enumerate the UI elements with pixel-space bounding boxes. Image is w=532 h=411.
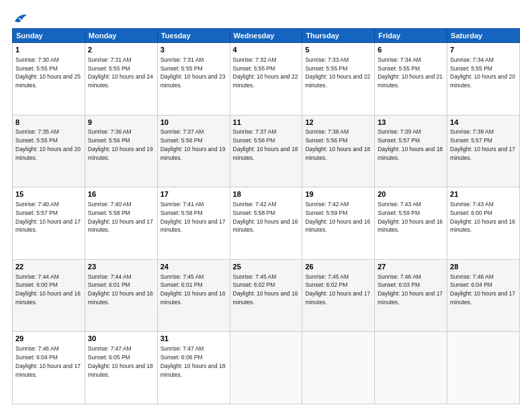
day-number: 11	[233, 118, 300, 128]
page: SundayMondayTuesdayWednesdayThursdayFrid…	[0, 0, 532, 411]
calendar-day-header: Wednesday	[230, 29, 302, 43]
day-info: Sunrise: 7:34 AMSunset: 5:55 PMDaylight:…	[378, 56, 443, 89]
calendar-week-row: 29 Sunrise: 7:46 AMSunset: 6:04 PMDaylig…	[13, 332, 520, 404]
calendar-day-cell: 2 Sunrise: 7:31 AMSunset: 5:55 PMDayligh…	[85, 43, 157, 116]
day-number: 27	[378, 262, 444, 272]
calendar-day-cell: 26 Sunrise: 7:45 AMSunset: 6:02 PMDaylig…	[302, 259, 375, 332]
calendar-day-header: Tuesday	[157, 29, 230, 43]
day-number: 26	[305, 262, 371, 272]
day-info: Sunrise: 7:39 AMSunset: 5:57 PMDaylight:…	[378, 128, 443, 161]
day-number: 18	[233, 189, 300, 199]
day-number: 17	[161, 189, 227, 199]
day-info: Sunrise: 7:46 AMSunset: 6:04 PMDaylight:…	[450, 273, 515, 306]
calendar-day-cell	[375, 332, 447, 404]
calendar-day-cell	[302, 332, 375, 404]
calendar-day-cell: 6 Sunrise: 7:34 AMSunset: 5:55 PMDayligh…	[375, 43, 447, 116]
day-info: Sunrise: 7:37 AMSunset: 5:56 PMDaylight:…	[233, 128, 298, 161]
day-info: Sunrise: 7:46 AMSunset: 6:03 PMDaylight:…	[378, 273, 443, 306]
calendar-week-row: 8 Sunrise: 7:35 AMSunset: 5:55 PMDayligh…	[13, 115, 520, 187]
day-info: Sunrise: 7:40 AMSunset: 5:57 PMDaylight:…	[15, 201, 81, 233]
day-info: Sunrise: 7:43 AMSunset: 5:59 PMDaylight:…	[378, 201, 443, 233]
calendar-day-cell: 11 Sunrise: 7:37 AMSunset: 5:56 PMDaylig…	[230, 115, 302, 187]
calendar-day-cell: 5 Sunrise: 7:33 AMSunset: 5:55 PMDayligh…	[302, 43, 375, 116]
day-info: Sunrise: 7:31 AMSunset: 5:55 PMDaylight:…	[161, 56, 226, 89]
calendar-day-cell: 9 Sunrise: 7:36 AMSunset: 5:56 PMDayligh…	[85, 115, 157, 187]
calendar-day-cell: 8 Sunrise: 7:35 AMSunset: 5:55 PMDayligh…	[13, 115, 85, 187]
day-number: 3	[161, 45, 227, 55]
calendar-day-cell: 3 Sunrise: 7:31 AMSunset: 5:55 PMDayligh…	[157, 43, 230, 116]
day-info: Sunrise: 7:47 AMSunset: 6:06 PMDaylight:…	[161, 345, 226, 377]
calendar-day-cell: 28 Sunrise: 7:46 AMSunset: 6:04 PMDaylig…	[447, 259, 520, 332]
calendar-day-cell	[447, 332, 520, 404]
calendar-day-header: Thursday	[302, 29, 375, 43]
calendar-week-row: 1 Sunrise: 7:30 AMSunset: 5:55 PMDayligh…	[13, 43, 520, 116]
day-info: Sunrise: 7:46 AMSunset: 6:04 PMDaylight:…	[15, 345, 81, 377]
day-number: 31	[161, 334, 227, 344]
calendar-day-header: Friday	[375, 29, 447, 43]
day-number: 28	[450, 262, 517, 272]
day-info: Sunrise: 7:47 AMSunset: 6:05 PMDaylight:…	[88, 345, 153, 377]
calendar-header-row: SundayMondayTuesdayWednesdayThursdayFrid…	[13, 29, 520, 43]
day-number: 1	[15, 45, 82, 55]
calendar-day-cell: 24 Sunrise: 7:45 AMSunset: 6:01 PMDaylig…	[157, 259, 230, 332]
day-info: Sunrise: 7:40 AMSunset: 5:58 PMDaylight:…	[88, 201, 153, 233]
calendar-day-header: Sunday	[13, 29, 85, 43]
day-number: 15	[15, 189, 82, 199]
calendar-day-cell: 27 Sunrise: 7:46 AMSunset: 6:03 PMDaylig…	[375, 259, 447, 332]
calendar-day-cell: 12 Sunrise: 7:38 AMSunset: 5:56 PMDaylig…	[302, 115, 375, 187]
day-number: 20	[378, 189, 444, 199]
day-number: 2	[88, 45, 154, 55]
header	[12, 12, 520, 21]
calendar-day-cell: 18 Sunrise: 7:42 AMSunset: 5:58 PMDaylig…	[230, 187, 302, 260]
calendar-day-cell: 14 Sunrise: 7:39 AMSunset: 5:57 PMDaylig…	[447, 115, 520, 187]
day-info: Sunrise: 7:44 AMSunset: 6:01 PMDaylight:…	[88, 273, 153, 306]
day-info: Sunrise: 7:36 AMSunset: 5:56 PMDaylight:…	[88, 128, 153, 161]
day-number: 8	[15, 118, 82, 128]
day-number: 14	[450, 118, 517, 128]
day-info: Sunrise: 7:37 AMSunset: 5:56 PMDaylight:…	[161, 128, 226, 161]
calendar-week-row: 15 Sunrise: 7:40 AMSunset: 5:57 PMDaylig…	[13, 187, 520, 260]
day-info: Sunrise: 7:42 AMSunset: 5:59 PMDaylight:…	[305, 201, 370, 233]
calendar-day-cell: 22 Sunrise: 7:44 AMSunset: 6:00 PMDaylig…	[13, 259, 85, 332]
day-number: 29	[15, 334, 82, 344]
day-info: Sunrise: 7:34 AMSunset: 5:55 PMDaylight:…	[450, 56, 515, 89]
calendar-day-cell: 21 Sunrise: 7:43 AMSunset: 6:00 PMDaylig…	[447, 187, 520, 260]
calendar-day-header: Monday	[85, 29, 157, 43]
day-number: 12	[305, 118, 371, 128]
day-info: Sunrise: 7:33 AMSunset: 5:55 PMDaylight:…	[305, 56, 370, 89]
calendar-day-cell: 19 Sunrise: 7:42 AMSunset: 5:59 PMDaylig…	[302, 187, 375, 260]
day-info: Sunrise: 7:41 AMSunset: 5:58 PMDaylight:…	[161, 201, 226, 233]
day-number: 30	[88, 334, 154, 344]
calendar-day-cell	[230, 332, 302, 404]
calendar-day-header: Saturday	[447, 29, 520, 43]
logo	[12, 12, 28, 21]
day-number: 22	[15, 262, 82, 272]
day-info: Sunrise: 7:44 AMSunset: 6:00 PMDaylight:…	[15, 273, 81, 306]
calendar-day-cell: 13 Sunrise: 7:39 AMSunset: 5:57 PMDaylig…	[375, 115, 447, 187]
calendar-day-cell: 23 Sunrise: 7:44 AMSunset: 6:01 PMDaylig…	[85, 259, 157, 332]
day-number: 7	[450, 45, 517, 55]
calendar-day-cell: 30 Sunrise: 7:47 AMSunset: 6:05 PMDaylig…	[85, 332, 157, 404]
logo-bird-icon	[13, 12, 28, 24]
calendar-day-cell: 7 Sunrise: 7:34 AMSunset: 5:55 PMDayligh…	[447, 43, 520, 116]
day-info: Sunrise: 7:43 AMSunset: 6:00 PMDaylight:…	[450, 201, 515, 233]
day-info: Sunrise: 7:31 AMSunset: 5:55 PMDaylight:…	[88, 56, 153, 89]
day-number: 6	[378, 45, 444, 55]
calendar-day-cell: 29 Sunrise: 7:46 AMSunset: 6:04 PMDaylig…	[13, 332, 85, 404]
calendar-day-cell: 15 Sunrise: 7:40 AMSunset: 5:57 PMDaylig…	[13, 187, 85, 260]
day-info: Sunrise: 7:45 AMSunset: 6:01 PMDaylight:…	[161, 273, 226, 306]
day-number: 24	[161, 262, 227, 272]
calendar-day-cell: 4 Sunrise: 7:32 AMSunset: 5:55 PMDayligh…	[230, 43, 302, 116]
calendar-day-cell: 10 Sunrise: 7:37 AMSunset: 5:56 PMDaylig…	[157, 115, 230, 187]
calendar-table: SundayMondayTuesdayWednesdayThursdayFrid…	[12, 28, 520, 404]
day-number: 19	[305, 189, 371, 199]
day-info: Sunrise: 7:32 AMSunset: 5:55 PMDaylight:…	[233, 56, 298, 89]
day-number: 23	[88, 262, 154, 272]
calendar-day-cell: 20 Sunrise: 7:43 AMSunset: 5:59 PMDaylig…	[375, 187, 447, 260]
calendar-week-row: 22 Sunrise: 7:44 AMSunset: 6:00 PMDaylig…	[13, 259, 520, 332]
day-number: 9	[88, 118, 154, 128]
day-info: Sunrise: 7:30 AMSunset: 5:55 PMDaylight:…	[15, 56, 81, 89]
day-info: Sunrise: 7:42 AMSunset: 5:58 PMDaylight:…	[233, 201, 298, 233]
calendar-day-cell: 17 Sunrise: 7:41 AMSunset: 5:58 PMDaylig…	[157, 187, 230, 260]
day-info: Sunrise: 7:39 AMSunset: 5:57 PMDaylight:…	[450, 128, 515, 161]
